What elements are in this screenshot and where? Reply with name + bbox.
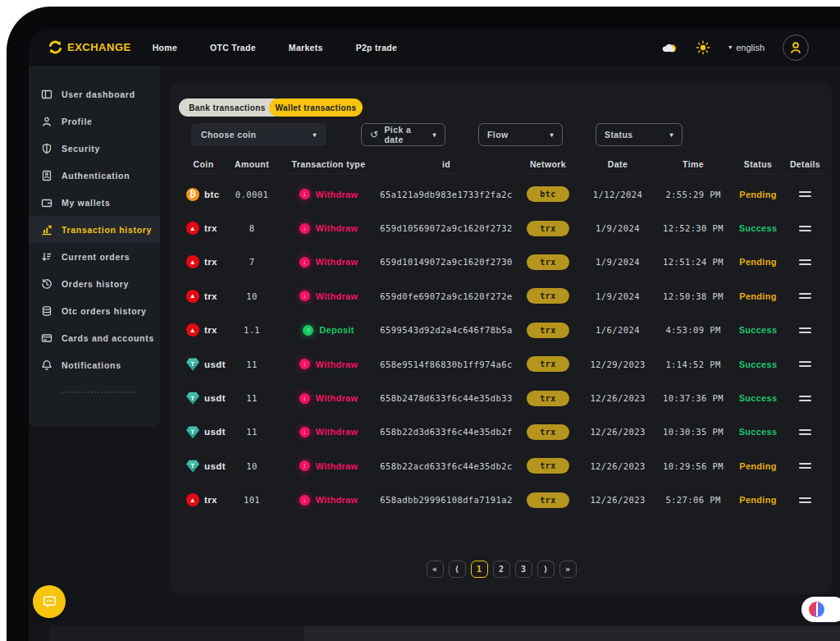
network-badge: trx	[527, 221, 569, 236]
sidebar-item-my-wallets[interactable]: My wallets	[29, 189, 160, 216]
transaction-type-cell: ↓ Withdraw	[281, 393, 376, 404]
coin-icon: ▲	[186, 323, 199, 337]
transaction-type-label: Withdraw	[316, 257, 358, 267]
choose-coin-select[interactable]: Choose coin ▾	[191, 123, 326, 146]
transaction-type-label: Withdraw	[316, 223, 358, 233]
amount-cell: 7	[222, 257, 281, 267]
sidebar-item-label: Transaction history	[62, 225, 152, 235]
language-selector[interactable]: ▾ english	[728, 43, 765, 53]
time-cell: 12:50:38 PM	[656, 291, 730, 301]
status-cell: Pending	[730, 461, 786, 471]
time-cell: 12:51:24 PM	[656, 257, 730, 267]
details-icon[interactable]	[799, 463, 811, 469]
sidebar-item-security[interactable]: Security	[29, 135, 160, 162]
network-badge: btc	[527, 186, 569, 202]
sidebar-item-label: Orders history	[62, 279, 129, 289]
dashboard-icon	[41, 89, 52, 100]
id-cell: 6599543d92d2a4c646f78b5a	[376, 325, 517, 335]
weather-cloud-icon[interactable]	[661, 41, 678, 54]
status-label: Status	[605, 130, 633, 140]
tab-bank-transactions[interactable]: Bank transactions	[179, 98, 276, 117]
faded-icon	[41, 387, 52, 398]
details-icon[interactable]	[799, 361, 811, 367]
page-button-3[interactable]: 3	[515, 561, 532, 578]
transaction-type-cell: ↓ Withdraw	[281, 257, 376, 268]
amount-cell: 0.0001	[222, 190, 281, 199]
details-icon[interactable]	[799, 259, 811, 265]
time-cell: 10:37:36 PM	[656, 393, 730, 403]
table-row: ▲ trx 1.1 ↑ Deposit 6599543d92d2a4c646f7…	[185, 314, 824, 347]
nav-link-home[interactable]: Home	[153, 43, 177, 53]
transaction-type-cell: ↓ Withdraw	[281, 291, 376, 301]
transaction-type-cell: ↓ Withdraw	[281, 223, 376, 234]
network-badge: trx	[527, 288, 569, 304]
transaction-type-label: Withdraw	[316, 291, 358, 301]
amount-cell: 11	[222, 393, 281, 403]
pick-date-button[interactable]: ↺ Pick a date ▾	[361, 123, 445, 146]
sidebar-item-profile[interactable]: Profile	[29, 108, 160, 135]
sidebar-item-otc-orders-history[interactable]: Otc orders history	[29, 297, 160, 324]
nav-link-p2p-trade[interactable]: P2p trade	[356, 43, 398, 53]
orders-history-icon	[41, 278, 52, 290]
sidebar-item-transaction-history[interactable]: Transaction history	[29, 216, 160, 243]
column-header-id: id	[376, 154, 517, 173]
amount-cell: 11	[222, 359, 281, 369]
details-icon[interactable]	[799, 327, 811, 333]
page-last-button[interactable]: »	[559, 561, 577, 578]
details-icon[interactable]	[799, 396, 811, 401]
transaction-type-icon: ↓	[299, 291, 310, 301]
chat-button[interactable]	[33, 585, 66, 618]
brand-name: EXCHANGE	[67, 41, 131, 53]
status-select[interactable]: Status ▾	[596, 123, 682, 146]
sidebar-item-notifications[interactable]: Notifications	[29, 351, 160, 378]
page-first-button[interactable]: «	[427, 561, 444, 578]
column-header-amount: Amount	[222, 154, 281, 173]
page-next-button[interactable]: ⟩	[537, 561, 555, 578]
tab-wallet-transactions[interactable]: Wallet transactions	[269, 98, 363, 117]
sidebar-item-label: Otc orders history	[62, 306, 147, 316]
sidebar-item-label: Notifications	[62, 360, 121, 370]
sidebar-item-current-orders[interactable]: Current orders	[29, 243, 160, 270]
date-cell: 12/29/2023	[579, 359, 656, 369]
details-icon[interactable]	[799, 497, 811, 503]
details-icon[interactable]	[799, 226, 811, 231]
status-cell: Success	[730, 325, 786, 335]
network-badge: trx	[527, 391, 569, 406]
sidebar-item-cards-and-accounts[interactable]: Cards and accounts	[29, 324, 160, 351]
sidebar-item-label: Profile	[62, 117, 93, 126]
sidebar-item-orders-history[interactable]: Orders history	[29, 270, 160, 297]
coin-icon: ▲	[186, 222, 199, 235]
column-header-details: Details	[786, 154, 824, 173]
date-cell: 12/26/2023	[579, 427, 656, 437]
sidebar-item-user-dashboard[interactable]: User dashboard	[29, 80, 160, 108]
flow-label: Flow	[487, 130, 509, 140]
footer-strip-inner	[304, 626, 840, 641]
theme-sun-icon[interactable]	[696, 40, 710, 55]
id-cell: 659d10149072a9c1620f2730	[376, 257, 517, 267]
date-cell: 12/26/2023	[579, 393, 656, 403]
page-button-2[interactable]: 2	[493, 561, 510, 578]
page-button-1[interactable]: 1	[471, 561, 488, 578]
page-prev-button[interactable]: ⟨	[449, 561, 466, 578]
details-icon[interactable]	[799, 191, 811, 197]
date-cell: 1/9/2024	[579, 291, 656, 301]
transaction-type-cell: ↓ Withdraw	[281, 460, 376, 471]
extension-pill[interactable]	[801, 597, 840, 622]
coin-name: trx	[204, 325, 217, 335]
sidebar-item-label: My wallets	[62, 198, 111, 208]
brand-logo[interactable]: EXCHANGE	[48, 40, 131, 54]
otc-history-icon	[41, 305, 52, 317]
sidebar-item-faded	[29, 378, 160, 405]
profile-avatar[interactable]	[783, 34, 809, 61]
details-icon[interactable]	[799, 429, 811, 435]
flow-select[interactable]: Flow ▾	[478, 123, 563, 146]
nav-link-markets[interactable]: Markets	[289, 43, 323, 53]
column-header-status: Status	[730, 154, 786, 173]
table-row: ▲ trx 101 ↓ Withdraw 658adbb29996108dfa7…	[185, 483, 824, 517]
table-row: T usdt 11 ↓ Withdraw 658b2478d633f6c44e3…	[185, 381, 824, 414]
sidebar-item-authentication[interactable]: Authentication	[29, 162, 160, 189]
nav-link-otc-trade[interactable]: OTC Trade	[210, 43, 256, 53]
details-icon[interactable]	[799, 293, 811, 299]
transaction-type-icon: ↑	[303, 325, 313, 336]
transaction-type-cell: ↑ Deposit	[281, 325, 376, 336]
